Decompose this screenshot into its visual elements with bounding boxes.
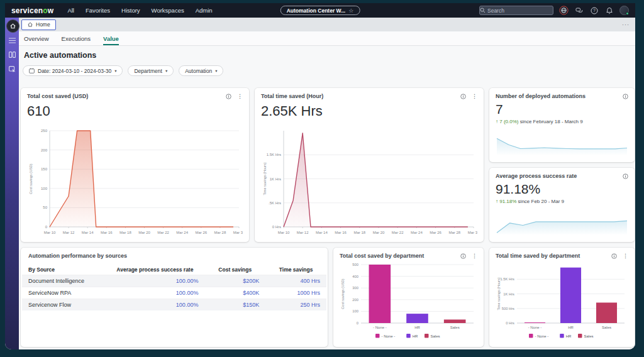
sources-table: By Source Average process success rate C… [22,265,326,310]
card-title: Automation performance by sources [28,253,127,259]
kebab-menu-icon[interactable]: ⋮ [237,94,243,99]
workspace-columns-icon[interactable] [9,52,16,58]
menu-item-favorites[interactable]: Favorites [86,7,110,14]
home-circle-button[interactable] [6,19,19,33]
search-input[interactable] [486,8,553,14]
metric-link[interactable]: $150K [204,299,265,311]
svg-text:Mar 14: Mar 14 [82,231,94,234]
svg-text:Mar 28: Mar 28 [448,231,460,234]
svg-text:0 Hrs: 0 Hrs [272,225,281,229]
pointer-panel-icon[interactable] [9,66,16,72]
svg-text:50: 50 [43,206,47,209]
metric-link[interactable]: 100.00% [110,287,204,299]
metric-link[interactable]: 1000 Hrs [265,287,326,299]
svg-text:Time savings (Hours): Time savings (Hours) [497,277,501,310]
kebab-menu-icon[interactable]: ⋮ [472,253,477,259]
tab-overflow-button[interactable]: ··· [622,21,630,28]
svg-text:250: 250 [41,129,48,133]
kpi-delta: ↑ 91.18% since Feb 20 - Mar 9 [489,197,635,204]
help-icon[interactable]: ? [589,6,599,15]
up-arrow-icon: ↑ [496,199,498,204]
info-icon[interactable] [460,253,466,259]
source-name: Servicenow Flow [22,299,110,311]
card-total-time-saved: Total time saved (Hour) ⋮ 2.65K Hrs 0 Hr… [255,88,484,242]
menu-item-history[interactable]: History [121,7,140,14]
info-icon[interactable] [460,94,466,99]
calendar-icon [29,68,35,74]
kpi-value: 610 [21,99,249,119]
servicenow-logo[interactable]: servicenow [11,6,53,15]
date-filter[interactable]: Date: 2024-03-10 - 2024-03-30 ▾ [23,65,123,76]
presence-badge [626,12,629,15]
card-title: Total time saved by department [496,253,580,259]
favorite-star-icon[interactable]: ☆ [348,8,353,14]
svg-text:200: 200 [352,298,358,302]
subtab-overview[interactable]: Overview [24,35,49,45]
workspace-switcher[interactable]: Automation Center W... ☆ [280,6,360,15]
col-time-savings: Time savings [265,265,326,275]
kebab-menu-icon[interactable]: ⋮ [623,253,628,259]
svg-text:Mar 14: Mar 14 [316,231,328,234]
department-filter[interactable]: Department ▾ [128,65,174,76]
menu-item-admin[interactable]: Admin [196,7,213,14]
automation-filter[interactable]: Automation ▾ [179,65,223,76]
kpi-value: 91.18% [489,179,635,197]
main-menu: All Favorites History Workspaces Admin [67,7,212,14]
card-time-by-department: Total time saved by department ⋮ 0 Hrs50… [489,248,635,347]
metric-link[interactable]: 100.00% [110,275,204,287]
subtab-value[interactable]: Value [103,35,119,45]
kebab-menu-icon[interactable]: ⋮ [472,94,477,99]
metric-link[interactable]: $200K [204,275,265,287]
metric-link[interactable]: $400K [204,287,265,299]
kpi-value: 7 [489,99,635,117]
svg-text:- None -: - None - [373,326,387,329]
menu-item-all[interactable]: All [67,7,74,14]
svg-text:1.5K Hrs: 1.5K Hrs [500,277,514,281]
metric-link[interactable]: 100.00% [110,299,204,311]
chevron-down-icon: ▾ [215,69,217,74]
chevron-down-icon: ▾ [114,69,116,74]
card-deployed-automations: Number of deployed automations 7 ↑ 7 (0.… [489,88,635,162]
menu-list-icon[interactable] [9,38,16,43]
user-avatar[interactable] [619,6,629,15]
info-icon[interactable] [623,94,628,99]
svg-text:Mar 28: Mar 28 [214,231,226,234]
svg-text:- None -: - None - [535,334,549,338]
kpi-value: 2.65K Hrs [255,99,484,119]
svg-text:Mar 26: Mar 26 [430,231,441,234]
col-cost-savings: Cost savings [204,265,265,275]
svg-text:HR: HR [566,334,572,338]
svg-text:200: 200 [41,148,48,152]
svg-text:Sales: Sales [431,334,440,338]
connect-chat-icon[interactable] [574,6,584,15]
tab-home[interactable]: Home [21,19,56,30]
deployed-sparkline [496,135,628,155]
up-arrow-icon: ↑ [496,119,498,124]
svg-text:Mar 22: Mar 22 [392,231,404,234]
svg-text:Mar 20: Mar 20 [138,231,150,234]
svg-text:Cost savings (USD): Cost savings (USD) [341,278,345,309]
card-total-cost-saved: Total cost saved (USD) ⋮ 610 05010015020… [21,88,249,242]
app-window: servicenow All Favorites History Workspa… [5,3,635,349]
home-icon [9,23,16,30]
menu-item-workspaces[interactable]: Workspaces [152,7,184,14]
svg-text:Sales: Sales [450,326,460,329]
svg-text:Cost savings (USD): Cost savings (USD) [29,163,33,194]
info-icon[interactable] [611,253,617,259]
subtab-executions[interactable]: Executions [62,35,91,45]
table-row: Document Intelligence100.00%$200K400 Hrs [22,275,326,287]
success-sparkline [496,215,628,235]
svg-text:Mar 12: Mar 12 [297,231,309,234]
svg-text:500 Hrs: 500 Hrs [502,307,514,310]
global-search[interactable]: ▾ [479,6,553,15]
notifications-bell-icon[interactable] [604,6,614,15]
info-icon[interactable] [623,173,628,179]
info-icon[interactable] [226,94,231,99]
impersonation-globe-icon[interactable] [559,6,569,15]
svg-text:300: 300 [352,286,358,290]
metric-link[interactable]: 400 Hrs [265,275,326,287]
svg-text:- None -: - None - [528,326,542,329]
metric-link[interactable]: 250 Hrs [265,299,326,311]
svg-text:Mar 12: Mar 12 [63,231,75,234]
table-row: Servicenow Flow100.00%$150K250 Hrs [22,299,326,311]
